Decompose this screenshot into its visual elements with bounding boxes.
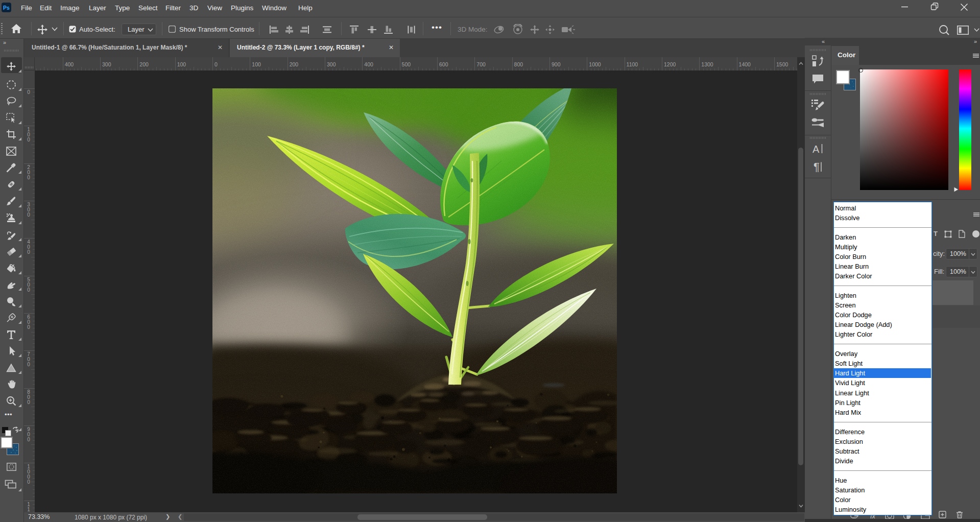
svg-text:Ps: Ps bbox=[3, 5, 10, 11]
svg-text:¶: ¶ bbox=[814, 160, 820, 173]
svg-text:A: A bbox=[812, 144, 820, 155]
